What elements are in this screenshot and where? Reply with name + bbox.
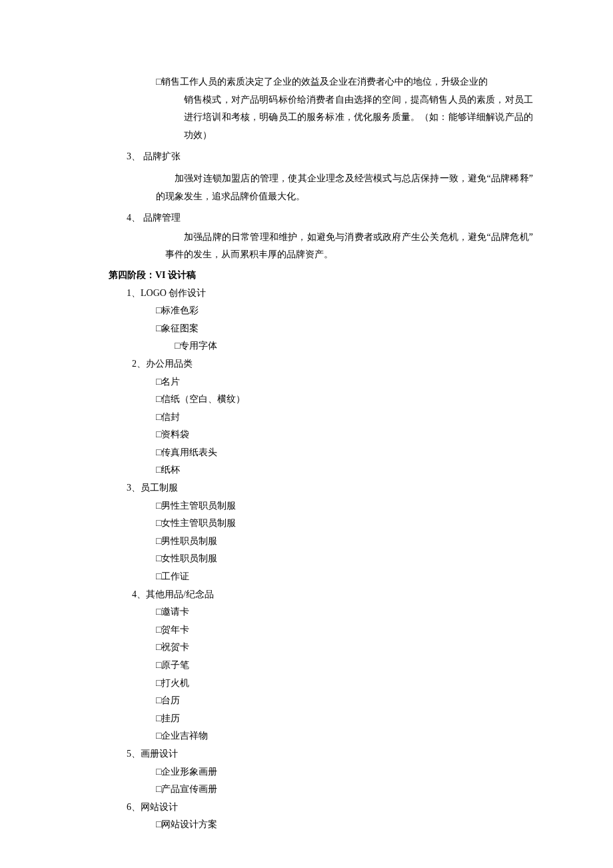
vi-2-item: □名片 <box>80 373 533 391</box>
vi-2-item: □资料袋 <box>80 426 533 444</box>
intro-body: 销售模式，对产品明码标价给消费者自由选择的空间，提高销售人员的素质，对员工进行培… <box>80 91 533 145</box>
section-3-title: 3、 品牌扩张 <box>80 148 533 166</box>
vi-4-title: 4、其他用品/纪念品 <box>80 586 533 604</box>
vi-4-item: □邀请卡 <box>80 603 533 621</box>
vi-3-item: □工作证 <box>80 568 533 586</box>
vi-5-title: 5、画册设计 <box>80 745 533 763</box>
vi-3-item: □男性主管职员制服 <box>80 497 533 515</box>
vi-5-item: □企业形象画册 <box>80 763 533 781</box>
vi-4-item: □台历 <box>80 692 533 710</box>
vi-4-item: □原子笔 <box>80 657 533 675</box>
vi-6-title: 6、网站设计 <box>80 799 533 817</box>
stage-4-heading: 第四阶段：VI 设计稿 <box>80 267 533 285</box>
vi-2-item: □纸杯 <box>80 461 533 479</box>
vi-5-item: □产品宣传画册 <box>80 781 533 799</box>
vi-1-item: □专用字体 <box>80 337 533 355</box>
vi-3-item: □女性职员制服 <box>80 550 533 568</box>
vi-4-item: □挂历 <box>80 710 533 728</box>
vi-2-item: □传真用纸表头 <box>80 444 533 462</box>
section-3-body: 加强对连锁加盟店的管理，使其企业理念及经营模式与总店保持一致，避免“品牌稀释”的… <box>80 170 533 205</box>
vi-4-item: □企业吉祥物 <box>80 727 533 745</box>
vi-3-item: □男性职员制服 <box>80 533 533 551</box>
intro-first-line: □销售工作人员的素质决定了企业的效益及企业在消费者心中的地位，升级企业的 <box>80 73 533 91</box>
section-4-body: 加强品牌的日常管理和维护，如避免与消费者或政府产生公关危机，避免“品牌危机”事件… <box>80 229 533 264</box>
vi-1-title: 1、LOGO 创作设计 <box>80 285 533 303</box>
vi-2-item: □信纸（空白、横纹） <box>80 391 533 409</box>
intro-text-lead: 销售工作人员的素质决定了企业的效益及企业在消费者心中的地位，升级企业的 <box>161 77 488 87</box>
document-page: □销售工作人员的素质决定了企业的效益及企业在消费者心中的地位，升级企业的 销售模… <box>0 0 613 868</box>
vi-4-item: □祝贺卡 <box>80 639 533 657</box>
vi-4-item: □打火机 <box>80 675 533 693</box>
vi-6-item: □网站设计方案 <box>80 816 533 834</box>
vi-1-item: □标准色彩 <box>80 302 533 320</box>
vi-4-item: □贺年卡 <box>80 621 533 639</box>
vi-3-title: 3、员工制服 <box>80 479 533 497</box>
vi-3-item: □女性主管职员制服 <box>80 515 533 533</box>
section-4-title: 4、 品牌管理 <box>80 209 533 227</box>
vi-2-title: 2、办公用品类 <box>80 355 533 373</box>
vi-2-item: □信封 <box>80 409 533 427</box>
vi-1-item: □象征图案 <box>80 320 533 338</box>
